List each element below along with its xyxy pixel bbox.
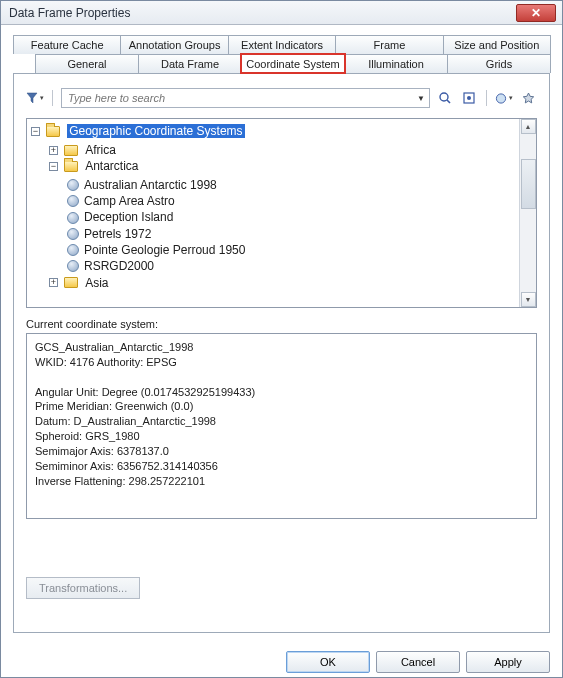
tree-label: Pointe Geologie Perroud 1950 <box>84 243 245 257</box>
globe-icon <box>67 212 79 224</box>
svg-point-0 <box>440 93 448 101</box>
tree-label: Petrels 1972 <box>84 227 151 241</box>
tree-node-crs[interactable]: Camp Area Astro <box>67 193 536 209</box>
tab-grids[interactable]: Grids <box>447 54 551 73</box>
favorite-icon[interactable] <box>519 89 537 107</box>
search-input-wrap[interactable]: ▼ <box>61 88 430 108</box>
scrollbar[interactable]: ▲ ▼ <box>519 119 536 307</box>
search-input[interactable] <box>66 91 417 105</box>
tree-label: Asia <box>85 276 108 290</box>
globe-icon <box>67 179 79 191</box>
tab-body: ▼ − <box>13 73 550 633</box>
folder-icon <box>46 126 60 137</box>
tab-label: Data Frame <box>161 58 219 70</box>
tree-label: Geographic Coordinate Systems <box>67 124 244 138</box>
tab-row-2: General Data Frame Coordinate System Ill… <box>13 54 550 73</box>
tab-row-1: Feature Cache Annotation Groups Extent I… <box>13 35 550 54</box>
tab-data-frame[interactable]: Data Frame <box>138 54 242 73</box>
tab-illumination[interactable]: Illumination <box>344 54 448 73</box>
tab-label: Grids <box>486 58 512 70</box>
button-label: Transformations... <box>39 582 127 594</box>
button-label: OK <box>320 656 336 668</box>
close-button[interactable]: ✕ <box>516 4 556 22</box>
collapse-icon[interactable]: − <box>49 162 58 171</box>
cancel-button[interactable]: Cancel <box>376 651 460 673</box>
separator <box>486 90 487 106</box>
search-icon[interactable] <box>436 89 454 107</box>
tab-general[interactable]: General <box>35 54 139 73</box>
tab-size-position[interactable]: Size and Position <box>443 35 551 54</box>
tab-extent-indicators[interactable]: Extent Indicators <box>228 35 336 54</box>
folder-icon <box>64 277 78 288</box>
button-label: Apply <box>494 656 522 668</box>
transformations-button: Transformations... <box>26 577 140 599</box>
button-label: Cancel <box>401 656 435 668</box>
tab-annotation-groups[interactable]: Annotation Groups <box>120 35 228 54</box>
tree-label: Camp Area Astro <box>84 194 175 208</box>
tabs: Feature Cache Annotation Groups Extent I… <box>13 35 550 633</box>
tree-node-asia[interactable]: + Asia <box>49 275 536 291</box>
scroll-track[interactable] <box>521 134 536 292</box>
tab-label: Size and Position <box>454 39 539 51</box>
tab-coordinate-system[interactable]: Coordinate System <box>241 54 345 73</box>
tree-label: Deception Island <box>84 211 173 225</box>
current-coord-details: GCS_Australian_Antarctic_1998 WKID: 4176… <box>26 333 537 519</box>
tree-node-crs[interactable]: Pointe Geologie Perroud 1950 <box>67 242 536 258</box>
globe-icon <box>67 228 79 240</box>
ok-button[interactable]: OK <box>286 651 370 673</box>
tree-label: Australian Antarctic 1998 <box>84 178 217 192</box>
coordinate-tree[interactable]: − Geographic Coordinate Systems + Africa… <box>26 118 537 308</box>
close-icon: ✕ <box>531 6 541 20</box>
tab-label: Feature Cache <box>31 39 104 51</box>
tab-label: Coordinate System <box>246 58 340 70</box>
folder-icon <box>64 145 78 156</box>
tree-node-root[interactable]: − Geographic Coordinate Systems + Africa… <box>31 123 536 292</box>
dialog-content: Feature Cache Annotation Groups Extent I… <box>1 25 562 643</box>
scroll-up-icon[interactable]: ▲ <box>521 119 536 134</box>
tab-label: Extent Indicators <box>241 39 323 51</box>
scroll-thumb[interactable] <box>521 159 536 209</box>
tree-node-antarctica[interactable]: − Antarctica Australian Antarctic 1998 C… <box>49 158 536 275</box>
toolbar: ▼ <box>26 88 537 108</box>
tab-frame[interactable]: Frame <box>335 35 443 54</box>
collapse-icon[interactable]: − <box>31 127 40 136</box>
globe-icon <box>67 244 79 256</box>
tree-label: Antarctica <box>85 159 138 173</box>
dialog-buttons: OK Cancel Apply <box>1 643 562 678</box>
tree-node-africa[interactable]: + Africa <box>49 142 536 158</box>
expand-icon[interactable]: + <box>49 146 58 155</box>
locate-icon[interactable] <box>460 89 478 107</box>
tab-label: General <box>67 58 106 70</box>
tree-node-crs[interactable]: Petrels 1972 <box>67 226 536 242</box>
tree-label: Africa <box>85 143 116 157</box>
tab-feature-cache[interactable]: Feature Cache <box>13 35 121 54</box>
filter-icon[interactable] <box>26 89 44 107</box>
svg-point-4 <box>496 93 505 102</box>
folder-icon <box>64 161 78 172</box>
current-coord-label: Current coordinate system: <box>26 318 537 330</box>
tab-label: Illumination <box>368 58 424 70</box>
tab-label: Annotation Groups <box>129 39 221 51</box>
tree-node-crs[interactable]: Australian Antarctic 1998 <box>67 177 536 193</box>
tree-node-crs[interactable]: Deception Island <box>67 209 536 225</box>
tree-node-crs[interactable]: RSRGD2000 <box>67 258 536 274</box>
globe-icon <box>67 195 79 207</box>
tree-label: RSRGD2000 <box>84 259 154 273</box>
chevron-down-icon[interactable]: ▼ <box>417 94 425 103</box>
globe-icon <box>67 260 79 272</box>
svg-line-1 <box>447 100 450 103</box>
globe-add-icon[interactable] <box>495 89 513 107</box>
expand-icon[interactable]: + <box>49 278 58 287</box>
titlebar: Data Frame Properties ✕ <box>1 1 562 25</box>
window-title: Data Frame Properties <box>9 6 130 20</box>
tab-label: Frame <box>374 39 406 51</box>
separator <box>52 90 53 106</box>
svg-point-3 <box>467 96 471 100</box>
apply-button[interactable]: Apply <box>466 651 550 673</box>
scroll-down-icon[interactable]: ▼ <box>521 292 536 307</box>
